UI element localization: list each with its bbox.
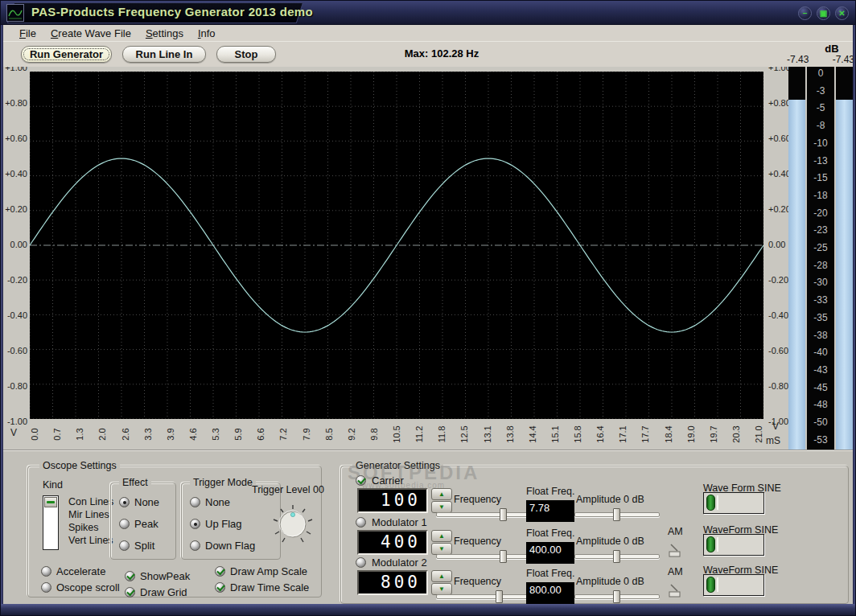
stop-button[interactable]: Stop xyxy=(216,46,276,63)
amplitude-scale-left: +1.00+0.80+0.60+0.40+0.200.00-0.20-0.40-… xyxy=(3,67,27,426)
time-tick: 12.5 xyxy=(459,421,469,448)
amplitude-tick: +1.00 xyxy=(5,67,27,72)
effect-option[interactable]: Split xyxy=(119,535,159,556)
carrier-toggle[interactable]: Carrier xyxy=(356,474,404,487)
oscope-checkbox[interactable]: Accelerate xyxy=(41,563,120,579)
window-edge-right xyxy=(853,25,855,606)
trigger-mode-option[interactable]: Down Flag xyxy=(190,535,255,556)
run-line-in-button[interactable]: Run Line In xyxy=(122,46,206,63)
slider-thumb[interactable] xyxy=(496,590,503,603)
amplitude-tick: -0.40 xyxy=(768,310,788,320)
spin-up-icon[interactable]: ▲ xyxy=(431,530,452,542)
time-tick: 20.3 xyxy=(731,421,741,448)
modulator1-waveform-selector[interactable] xyxy=(703,534,764,556)
checkbox-icon[interactable] xyxy=(125,587,135,598)
db-tick: -30 xyxy=(807,277,834,287)
checkbox-icon[interactable] xyxy=(41,582,51,593)
trigger-mode-option[interactable]: None xyxy=(190,491,255,513)
checkbox-icon[interactable] xyxy=(356,557,366,568)
radio-icon[interactable] xyxy=(119,540,130,551)
radio-icon[interactable] xyxy=(190,519,200,529)
checkbox-icon[interactable] xyxy=(215,582,225,593)
waveform-selector-thumb[interactable] xyxy=(706,536,715,552)
kind-option: Vert Lines xyxy=(68,534,113,547)
checkbox-icon[interactable] xyxy=(125,571,135,581)
modulator2-frequency-slider[interactable] xyxy=(436,590,539,603)
window-edge-bottom[interactable] xyxy=(1,604,856,615)
effect-option[interactable]: Peak xyxy=(119,513,159,535)
oscope-checkbox[interactable]: ShowPeak xyxy=(125,568,190,584)
checkbox-icon[interactable] xyxy=(41,566,51,577)
time-tick: 21.0 xyxy=(754,421,763,448)
db-bar-right xyxy=(836,67,853,450)
amplitude-tick: -0.80 xyxy=(7,381,27,391)
radio-icon[interactable] xyxy=(190,497,200,507)
oscope-checkbox[interactable]: Draw Amp Scale xyxy=(215,563,309,579)
kind-slider[interactable] xyxy=(43,495,59,550)
time-scale: 0.00.71.32.02.63.33.94.65.35.96.67.27.98… xyxy=(30,421,763,448)
effect-option[interactable]: None xyxy=(119,491,159,513)
db-meter-title: dB xyxy=(814,43,850,55)
amplitude-label: Amplitude 0 dB xyxy=(576,494,644,505)
radio-icon[interactable] xyxy=(119,519,130,529)
modulator2-am-switch[interactable] xyxy=(668,581,682,600)
minimize-button[interactable]: – xyxy=(798,6,812,20)
oscilloscope-plot[interactable] xyxy=(30,72,763,419)
db-tick: 0 xyxy=(807,68,834,78)
time-tick: 11.8 xyxy=(437,421,447,448)
menu-item[interactable]: Create Wave File xyxy=(44,26,138,41)
title-bar[interactable]: PAS-Products Frequency Generator 2013 de… xyxy=(1,1,856,25)
waveform-selector-thumb[interactable] xyxy=(706,577,715,593)
waveform-selector-thumb[interactable] xyxy=(706,495,715,511)
time-tick: 8.5 xyxy=(324,421,334,448)
close-button[interactable]: ✕ xyxy=(835,6,849,20)
db-tick: -18 xyxy=(807,191,834,200)
modulator2-amplitude-slider[interactable] xyxy=(574,590,660,603)
time-tick: 13.8 xyxy=(505,421,515,448)
run-generator-button[interactable]: Run Generator xyxy=(21,46,112,63)
slider-thumb[interactable] xyxy=(613,590,620,603)
trigger-level-knob[interactable] xyxy=(266,502,319,548)
spin-up-icon[interactable]: ▲ xyxy=(431,488,452,500)
db-tick: -25 xyxy=(807,243,834,253)
db-tick: -23 xyxy=(807,225,834,235)
radio-icon[interactable] xyxy=(119,497,130,507)
checkbox-icon[interactable] xyxy=(356,517,366,528)
carrier-frequency-display: 100 xyxy=(357,488,428,513)
scope-area: +1.00+0.80+0.60+0.40+0.200.00-0.20-0.40-… xyxy=(3,67,854,450)
db-tick: -45 xyxy=(807,383,834,392)
amplitude-tick: +0.80 xyxy=(5,98,27,108)
frequency-label: Frequency xyxy=(454,494,501,505)
maximize-button[interactable]: ▣ xyxy=(817,6,830,20)
time-tick: 13.1 xyxy=(483,421,492,448)
checkbox-icon[interactable] xyxy=(356,475,366,486)
spin-up-icon[interactable]: ▲ xyxy=(431,570,452,582)
radio-icon[interactable] xyxy=(190,540,200,551)
oscope-checkbox[interactable]: Oscope scroll xyxy=(41,579,120,595)
control-panel: Oscope Settings Kind Con LinesMir LinesS… xyxy=(3,450,854,606)
carrier-waveform-selector[interactable] xyxy=(703,492,764,514)
modulator2-toggle[interactable]: Modulator 2 xyxy=(356,556,427,569)
menu-item[interactable]: Settings xyxy=(139,26,190,41)
time-tick: 6.6 xyxy=(256,421,265,448)
checkbox-icon[interactable] xyxy=(215,566,225,577)
window-title: PAS-Products Frequency Generator 2013 de… xyxy=(31,5,313,18)
modulator2-waveform-selector[interactable] xyxy=(703,574,764,596)
oscope-checkbox[interactable]: Draw Time Scale xyxy=(215,579,309,595)
kind-slider-thumb[interactable] xyxy=(44,497,57,507)
modulator1-toggle[interactable]: Modulator 1 xyxy=(356,516,427,528)
menu-item[interactable]: Info xyxy=(191,26,222,41)
db-bar-left xyxy=(788,67,805,450)
time-tick: 17.1 xyxy=(618,421,628,448)
db-tick: -53 xyxy=(807,435,834,445)
menu-bar: FileCreate Wave FileSettingsInfo xyxy=(3,25,854,42)
oscope-checkbox[interactable]: Draw Grid xyxy=(125,584,190,600)
time-tick: 7.2 xyxy=(278,421,288,448)
time-tick: 9.8 xyxy=(369,421,379,448)
waveform-svg xyxy=(30,72,763,419)
trigger-mode-option[interactable]: Up Flag xyxy=(190,513,255,535)
db-tick: -13 xyxy=(807,156,834,166)
db-tick: -50 xyxy=(807,417,834,427)
time-tick: 19.0 xyxy=(686,421,696,448)
menu-item[interactable]: File xyxy=(13,26,43,41)
